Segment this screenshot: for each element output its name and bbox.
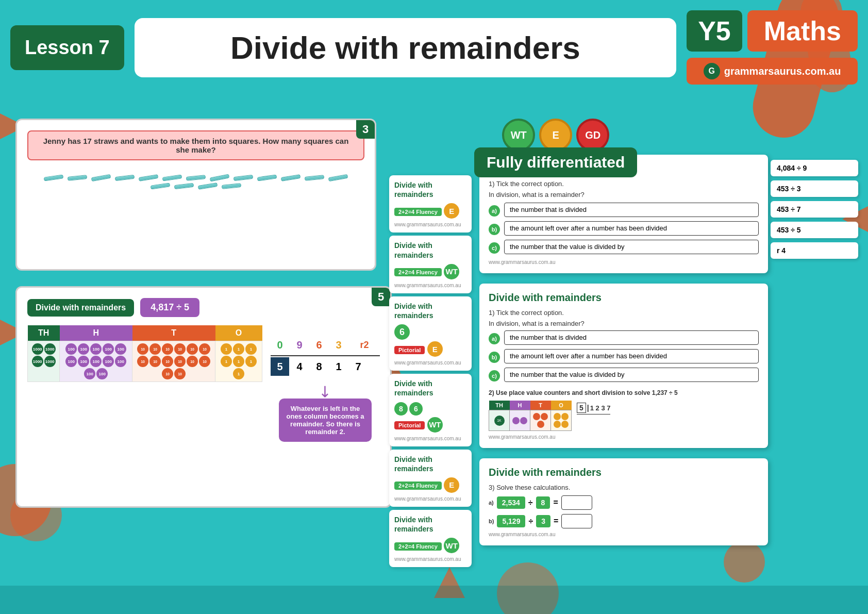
straw — [305, 175, 325, 181]
slide2-equation: 4,817 ÷ 5 — [140, 298, 199, 317]
pv-cnt-o2 — [561, 413, 569, 420]
ws-q2-opt-b: the amount left over after a number has … — [504, 349, 759, 363]
calc-1b: 8 — [536, 496, 550, 509]
side-eq-2-text: 453 ÷ 3 — [777, 185, 801, 193]
slide2-content: Divide with remainders 4,817 ÷ 5 TH H T … — [17, 288, 390, 506]
ws-q3-calcs: a) 2,534 ÷ 8 = b) 5,129 ÷ 3 = — [489, 495, 759, 528]
counter-1: 1 — [245, 356, 257, 367]
straw — [91, 174, 111, 181]
counter-1: 1 — [233, 356, 244, 367]
counter-1: 1 — [233, 368, 244, 379]
subject-badge: Maths — [747, 10, 858, 52]
counter-100: 100 — [90, 343, 102, 355]
counter-100: 100 — [103, 356, 114, 367]
result-9: 9 — [290, 336, 309, 354]
bottom-bar — [0, 586, 868, 614]
result-r2: r2 — [349, 336, 380, 354]
slide1-question: Jenny has 17 straws and wants to make th… — [27, 130, 364, 160]
website-badge: G grammarsaurus.com.au — [687, 58, 858, 85]
result-6: 6 — [310, 336, 328, 354]
ws-card-1-title: Divide with remainders — [394, 180, 466, 199]
calc-1-op: ÷ — [528, 498, 533, 507]
pv-cell-h — [510, 410, 530, 431]
ws-q2-instruction: 1) Tick the correct option. — [489, 309, 759, 317]
ws-pv-table: TH H T O 1K — [489, 401, 572, 431]
remainder-callout: Whatever is left in the ones column beco… — [279, 399, 372, 442]
ws-q1-opt-a: the number that is divided — [504, 203, 759, 217]
calc-2-answer — [561, 514, 592, 528]
ws-website-main3: www.grammarsaurus.com.au — [489, 532, 759, 537]
slide2-title: Divide with remainders — [27, 299, 134, 317]
ws-q2-opt-row-1: a) the number that is divided — [489, 330, 759, 347]
ws-card-3: Divide with remainders 6 Pictorial E www… — [389, 296, 472, 371]
t-header: T — [132, 325, 215, 341]
t-counters: 10 10 10 10 10 10 10 10 10 10 — [135, 343, 213, 379]
e-badge-5: E — [444, 477, 459, 493]
place-value-table: TH H T O 1000 1000 1000 — [27, 325, 262, 382]
result-0: 0 — [271, 336, 289, 354]
counter-100: 100 — [65, 343, 77, 355]
h-header: H — [60, 325, 132, 341]
sd-dividend: 1 2 3 7 — [590, 404, 611, 412]
num-badge-3: 6 — [394, 324, 410, 340]
ws-q2-opt-c: the number that the value is divided by — [504, 368, 759, 382]
ws-website-main2: www.grammarsaurus.com.au — [489, 434, 759, 440]
pv-cell-t — [530, 410, 551, 431]
ws-q2-opt-a: the number that is divided — [504, 330, 759, 345]
side-eq-4-text: 453 ÷ 5 — [777, 226, 801, 234]
calc-row-1: a) 2,534 ÷ 8 = — [489, 495, 759, 510]
counter-1: 1 — [221, 343, 232, 355]
year-badge: Y5 — [687, 10, 742, 52]
side-eq-5: r 4 — [771, 242, 858, 259]
fluency-badge-6: 2+2=4 Fluency — [394, 542, 442, 551]
counter-10: 10 — [199, 343, 210, 355]
straw — [281, 174, 301, 181]
calc-row-1-label: a) — [489, 500, 494, 506]
ws-website-5: www.grammarsaurus.com.au — [394, 496, 466, 502]
straw — [162, 174, 182, 181]
straw — [198, 182, 218, 190]
pv-cnt-t3 — [537, 421, 544, 428]
counter-1000: 1000 — [44, 343, 56, 355]
pv-row: 1K — [489, 410, 572, 431]
ws-q1-options: a) the number that is divided b) the amo… — [489, 203, 759, 256]
straw — [257, 174, 277, 181]
counter-10: 10 — [162, 343, 173, 355]
side-eq-5-text: r 4 — [777, 246, 786, 255]
counter-10: 10 — [149, 356, 161, 367]
wt-badge-2: WT — [444, 264, 459, 279]
ws-card-5: Divide with remainders 2+2=4 Fluency E w… — [389, 450, 472, 507]
ws-q2-pv-area: TH H T O 1K — [489, 401, 759, 431]
slide-panel-2: 5 Divide with remainders 4,817 ÷ 5 TH H … — [15, 286, 392, 508]
ws-website-main1: www.grammarsaurus.com.au — [489, 259, 759, 265]
year-maths-row: Y5 Maths — [687, 10, 858, 52]
straw — [328, 174, 348, 181]
lesson-badge: Lesson 7 — [10, 25, 124, 70]
pv-o: O — [551, 401, 572, 410]
ws-card-4-title: Divide with remainders — [394, 379, 466, 397]
sd-5: 5 — [577, 403, 586, 413]
pictorial-badge-3: Pictorial — [394, 346, 425, 354]
ws-card-2-title: Divide with remainders — [394, 241, 466, 259]
opt-label-c: c) — [489, 242, 500, 254]
counter-1: 1 — [221, 356, 232, 367]
straw — [68, 175, 88, 181]
pictorial-badge-4: Pictorial — [394, 421, 425, 429]
ws-website-4: www.grammarsaurus.com.au — [394, 436, 466, 441]
pv-t: T — [530, 401, 551, 410]
dividend-8: 8 — [310, 357, 328, 376]
main-ws-card-q3: Divide with remainders 3) Solve these ca… — [479, 458, 768, 545]
counter-100: 100 — [78, 356, 89, 367]
pv-cnt-h1 — [512, 417, 520, 424]
counter-100: 100 — [90, 356, 102, 367]
counter-100: 100 — [65, 356, 77, 367]
counter-1000: 1000 — [32, 343, 43, 355]
ws-q2-options: a) the number that is divided b) the amo… — [489, 330, 759, 384]
side-eq-1: 4,084 ÷ 9 — [771, 160, 858, 176]
counter-10: 10 — [174, 356, 186, 367]
gd-circle: GD — [576, 119, 609, 152]
website-icon: G — [704, 63, 720, 79]
slide-number-2: 5 — [372, 288, 390, 306]
ws-website-2: www.grammarsaurus.com.au — [394, 283, 466, 288]
e-badge-3: E — [427, 341, 443, 357]
